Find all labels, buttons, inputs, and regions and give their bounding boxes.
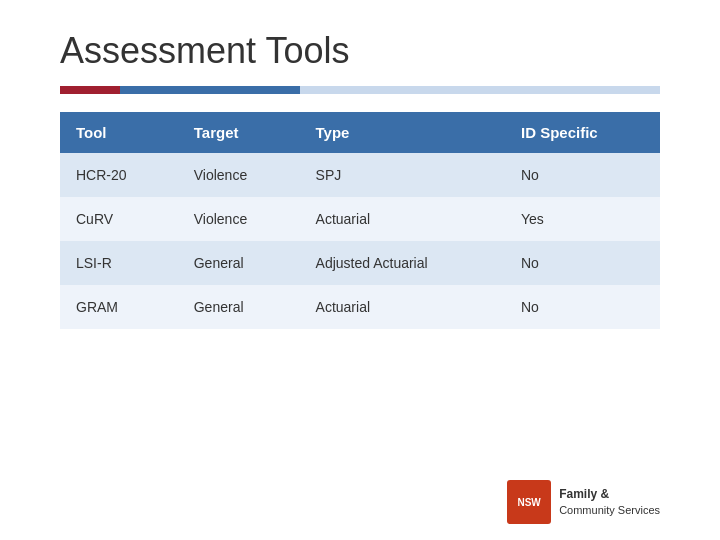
cell-tool: LSI-R	[60, 241, 178, 285]
assessment-tools-table: Tool Target Type ID Specific HCR-20 Viol…	[60, 112, 660, 329]
accent-bar-red	[60, 86, 120, 94]
cell-target: Violence	[178, 197, 300, 241]
table-header-row: Tool Target Type ID Specific	[60, 112, 660, 153]
page: Assessment Tools Tool Target Type ID Spe…	[0, 0, 720, 540]
table-row: CuRV Violence Actuarial Yes	[60, 197, 660, 241]
cell-type: Adjusted Actuarial	[300, 241, 505, 285]
cell-tool: GRAM	[60, 285, 178, 329]
nsw-logo-text: NSW	[517, 497, 540, 508]
org-line2: Community Services	[559, 503, 660, 518]
cell-target: Violence	[178, 153, 300, 197]
col-header-id-specific: ID Specific	[505, 112, 660, 153]
cell-id-specific: No	[505, 285, 660, 329]
cell-type: Actuarial	[300, 285, 505, 329]
logo-area: NSW Family & Community Services	[507, 480, 660, 524]
cell-tool: CuRV	[60, 197, 178, 241]
cell-target: General	[178, 241, 300, 285]
table-row: LSI-R General Adjusted Actuarial No	[60, 241, 660, 285]
col-header-tool: Tool	[60, 112, 178, 153]
accent-bar-blue	[120, 86, 300, 94]
page-title: Assessment Tools	[60, 30, 660, 72]
cell-target: General	[178, 285, 300, 329]
cell-type: SPJ	[300, 153, 505, 197]
accent-bar-light	[300, 86, 660, 94]
cell-id-specific: No	[505, 241, 660, 285]
org-line1: Family &	[559, 486, 660, 503]
accent-bar	[60, 86, 660, 94]
table-row: GRAM General Actuarial No	[60, 285, 660, 329]
cell-tool: HCR-20	[60, 153, 178, 197]
cell-id-specific: Yes	[505, 197, 660, 241]
table-row: HCR-20 Violence SPJ No	[60, 153, 660, 197]
col-header-target: Target	[178, 112, 300, 153]
col-header-type: Type	[300, 112, 505, 153]
cell-id-specific: No	[505, 153, 660, 197]
cell-type: Actuarial	[300, 197, 505, 241]
org-name: Family & Community Services	[559, 486, 660, 518]
nsw-logo: NSW	[507, 480, 551, 524]
